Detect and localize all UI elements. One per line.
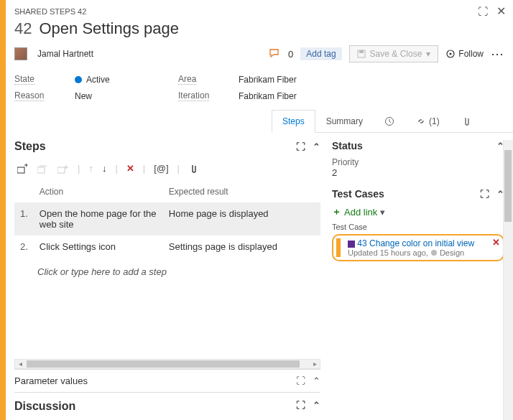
col-action-header: Action (34, 181, 163, 202)
assignee-name[interactable]: Jamal Hartnett (37, 49, 93, 59)
insert-step-icon[interactable] (17, 164, 29, 174)
avatar[interactable] (14, 47, 27, 60)
insert-shared-icon (37, 164, 49, 174)
expand-steps-icon[interactable]: ⛶ (296, 141, 305, 152)
close-icon[interactable]: ✕ (496, 4, 506, 18)
steps-toolbar: | ↑ ↓ | ✕ | [@] | (14, 159, 320, 181)
create-shared-icon (57, 164, 69, 174)
step-row[interactable]: 1. Open the home page for the web site H… (14, 202, 320, 235)
chevron-down-icon: ▾ (426, 49, 430, 59)
scrollbar-thumb[interactable] (27, 360, 300, 368)
state-dot-icon (75, 76, 82, 83)
add-tag-button[interactable]: Add tag (300, 47, 341, 60)
add-link-button[interactable]: ＋ Add link ▾ (332, 205, 504, 218)
linked-updated: Updated 15 hours ago, (348, 248, 428, 257)
save-and-close-button[interactable]: Save & Close ▾ (349, 45, 439, 62)
remove-link-icon[interactable]: ✕ (492, 237, 500, 248)
move-down-icon[interactable]: ↓ (102, 163, 107, 174)
expand-icon[interactable]: ⛶ (478, 6, 488, 17)
plus-icon: ＋ (332, 205, 341, 218)
status-heading: Status (332, 140, 363, 151)
scrollbar-thumb[interactable] (504, 150, 512, 222)
parameter-values-heading[interactable]: Parameter values (14, 375, 88, 386)
area-value[interactable]: Fabrikam Fiber (239, 75, 382, 85)
linked-title: Change color on initial view (369, 238, 474, 248)
priority-label: Priority (332, 157, 504, 167)
more-actions-button[interactable]: ⋯ (491, 46, 504, 62)
col-expected-header: Expected result (163, 181, 320, 202)
toolbar-separator: | (177, 163, 180, 174)
collapse-steps-icon[interactable]: ⌃ (313, 141, 320, 152)
tab-attachments[interactable] (450, 110, 481, 132)
collapse-discussion-icon[interactable]: ⌃ (313, 400, 320, 413)
type-stripe (336, 238, 341, 257)
svg-rect-6 (37, 167, 45, 173)
collapse-params-icon[interactable]: ⌃ (313, 375, 320, 386)
scroll-right-icon[interactable]: ▸ (310, 360, 320, 368)
svg-rect-5 (17, 167, 24, 173)
tab-summary[interactable]: Summary (315, 110, 374, 132)
tab-links[interactable]: (1) (405, 110, 450, 132)
test-case-group-label: Test Case (332, 223, 504, 231)
linked-test-case[interactable]: ✕ 43 Change color on initial view Update… (332, 234, 504, 261)
expand-tc-icon[interactable]: ⛶ (480, 189, 489, 200)
discussion-count: 0 (288, 49, 293, 60)
svg-point-3 (450, 53, 452, 55)
add-step-placeholder[interactable]: Click or type here to add a step (14, 258, 320, 277)
toolbar-separator: | (78, 163, 80, 174)
iteration-value[interactable]: Fabrikam Fiber (239, 91, 382, 101)
tab-history[interactable] (374, 110, 405, 132)
move-up-icon: ↑ (88, 163, 93, 174)
discussion-icon[interactable] (269, 49, 281, 59)
chevron-down-icon: ▾ (380, 207, 385, 218)
toolbar-separator: | (143, 163, 145, 174)
svg-rect-7 (57, 167, 65, 173)
linked-state: Design (440, 248, 464, 257)
state-dot-icon (431, 250, 437, 256)
area-label: Area (178, 74, 196, 85)
horizontal-scrollbar[interactable]: ◂ ▸ (14, 359, 320, 369)
expand-discussion-icon[interactable]: ⛶ (296, 400, 305, 413)
state-value[interactable]: Active (75, 75, 161, 85)
attach-icon[interactable] (188, 164, 197, 174)
delete-step-icon[interactable]: ✕ (126, 163, 134, 174)
iteration-label: Iteration (178, 90, 209, 101)
steps-heading: Steps (14, 140, 46, 153)
reason-label: Reason (14, 90, 44, 101)
svg-rect-8 (348, 241, 355, 248)
save-icon (357, 50, 366, 58)
testcase-icon (348, 241, 355, 248)
expand-params-icon[interactable]: ⛶ (296, 375, 305, 386)
insert-param-icon[interactable]: [@] (154, 163, 168, 174)
follow-button[interactable]: Follow (445, 49, 484, 59)
breadcrumb: SHARED STEPS 42 (14, 7, 86, 16)
step-row[interactable]: 2. Click Settings icon Settings page is … (14, 235, 320, 258)
history-icon (384, 116, 394, 126)
reason-value[interactable]: New (75, 91, 161, 101)
linked-id: 43 (357, 238, 366, 248)
follow-icon (445, 49, 456, 59)
attachment-icon (461, 116, 470, 126)
state-label: State (14, 74, 34, 85)
priority-value[interactable]: 2 (332, 167, 504, 178)
page-title[interactable]: Open Settings page (39, 19, 178, 38)
tab-steps[interactable]: Steps (272, 110, 315, 133)
test-cases-heading: Test Cases (332, 188, 384, 200)
vertical-scrollbar[interactable] (503, 140, 513, 420)
work-item-id: 42 (14, 19, 32, 38)
svg-rect-1 (359, 50, 364, 53)
toolbar-separator: | (115, 163, 117, 174)
discussion-heading: Discussion (14, 400, 75, 413)
scroll-left-icon[interactable]: ◂ (15, 360, 25, 368)
link-icon (416, 116, 426, 126)
